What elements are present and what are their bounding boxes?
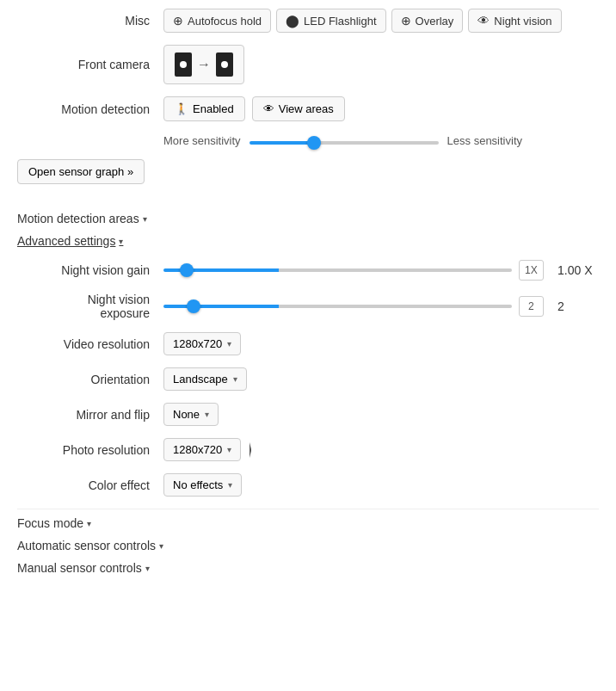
focus-mode-section[interactable]: Focus mode ▾ [17, 516, 599, 530]
back-cam-icon [216, 52, 233, 77]
advanced-settings-label: Advanced settings [17, 234, 115, 248]
focus-mode-label: Focus mode [17, 516, 83, 530]
focus-mode-chevron-icon: ▾ [87, 519, 91, 528]
night-vision-button[interactable]: 👁 Night vision [468, 9, 561, 33]
video-resolution-dropdown-icon: ▾ [227, 339, 231, 349]
photo-resolution-dropdown-icon: ▾ [227, 445, 231, 454]
video-resolution-row: Video resolution 1280x720 ▾ [17, 332, 599, 355]
orientation-dropdown-icon: ▾ [233, 374, 237, 384]
advanced-settings-chevron-icon: ▾ [119, 237, 123, 246]
cam-lens-2 [221, 61, 228, 68]
overlay-icon: ⊕ [401, 14, 411, 28]
color-effect-select[interactable]: No effects ▾ [163, 473, 242, 497]
night-vision-exposure-slider[interactable] [163, 305, 512, 308]
sensitivity-row: More sensitivity Less sensitivity [163, 133, 599, 147]
photo-resolution-select[interactable]: 1280x720 ▾ [163, 438, 241, 461]
front-cam-icon [175, 52, 192, 77]
night-vision-gain-label: Night vision gain [17, 263, 163, 277]
night-vision-gain-slider[interactable] [163, 268, 512, 272]
less-sensitivity-label: Less sensitivity [447, 134, 522, 147]
advanced-settings-section[interactable]: Advanced settings ▾ [17, 234, 599, 248]
motion-detection-row: Motion detection 🚶 Enabled 👁 View areas [17, 96, 599, 121]
misc-controls: ⊕ Autofocus hold ⬤ LED Flashlight ⊕ Over… [163, 9, 562, 33]
mirror-flip-row: Mirror and flip None ▾ [17, 403, 599, 426]
night-vision-gain-value-box: 1X [519, 260, 544, 281]
video-resolution-select[interactable]: 1280x720 ▾ [163, 332, 241, 355]
sensitivity-slider[interactable] [249, 141, 439, 145]
view-areas-button[interactable]: 👁 View areas [252, 96, 345, 121]
front-camera-label: Front camera [17, 58, 163, 71]
manual-sensor-controls-label: Manual sensor controls [17, 561, 142, 575]
divider-1 [17, 509, 599, 509]
motion-person-icon: 🚶 [175, 102, 188, 115]
motion-enabled-button[interactable]: 🚶 Enabled [163, 96, 245, 121]
mirror-flip-dropdown-icon: ▾ [205, 410, 209, 419]
night-vision-gain-row: Night vision gain 1X 1.00 X [17, 260, 599, 281]
orientation-row: Orientation Landscape ▾ [17, 367, 599, 391]
cursor-icon [249, 442, 260, 458]
led-icon: ⬤ [286, 14, 299, 28]
night-vision-gain-controls: 1X 1.00 X [163, 260, 599, 281]
motion-detection-label: Motion detection [17, 102, 163, 116]
video-resolution-controls: 1280x720 ▾ [163, 332, 241, 355]
color-effect-label: Color effect [17, 478, 163, 492]
photo-resolution-row: Photo resolution 1280x720 ▾ [17, 438, 599, 461]
mirror-flip-controls: None ▾ [163, 403, 219, 426]
photo-resolution-controls: 1280x720 ▾ [163, 438, 260, 461]
motion-detection-controls: 🚶 Enabled 👁 View areas [163, 96, 345, 121]
misc-label: Misc [17, 14, 163, 28]
switch-arrow-icon: → [197, 57, 211, 72]
night-vision-exposure-controls: 2 2 [163, 296, 599, 317]
autofocus-hold-button[interactable]: ⊕ Autofocus hold [163, 9, 271, 33]
video-resolution-label: Video resolution [17, 337, 163, 351]
led-flashlight-button[interactable]: ⬤ LED Flashlight [276, 9, 386, 33]
front-camera-controls: → [163, 45, 244, 84]
mirror-flip-label: Mirror and flip [17, 408, 163, 422]
automatic-sensor-controls-label: Automatic sensor controls [17, 539, 156, 552]
manual-sensor-controls-section[interactable]: Manual sensor controls ▾ [17, 561, 599, 575]
night-vision-exposure-result: 2 [557, 299, 599, 313]
misc-row: Misc ⊕ Autofocus hold ⬤ LED Flashlight ⊕… [17, 9, 599, 33]
color-effect-dropdown-icon: ▾ [228, 480, 232, 490]
motion-areas-chevron-icon: ▾ [143, 214, 147, 224]
cam-lens [180, 61, 187, 68]
open-sensor-graph-button[interactable]: Open sensor graph » [17, 159, 145, 184]
night-vision-icon: 👁 [477, 14, 490, 28]
night-vision-exposure-row: Night vision exposure 2 2 [17, 293, 599, 320]
orientation-select[interactable]: Landscape ▾ [163, 367, 247, 391]
sensor-graph-section: Open sensor graph » [17, 159, 599, 198]
autofocus-icon: ⊕ [173, 14, 183, 28]
sensitivity-slider-container [249, 133, 439, 147]
orientation-label: Orientation [17, 373, 163, 386]
overlay-button[interactable]: ⊕ Overlay [391, 9, 464, 33]
motion-detection-areas-section[interactable]: Motion detection areas ▾ [17, 212, 599, 225]
night-vision-gain-result: 1.00 X [557, 263, 599, 277]
motion-areas-label: Motion detection areas [17, 212, 139, 225]
color-effect-controls: No effects ▾ [163, 473, 242, 497]
automatic-sensor-controls-section[interactable]: Automatic sensor controls ▾ [17, 539, 599, 552]
orientation-controls: Landscape ▾ [163, 367, 247, 391]
front-camera-row: Front camera → [17, 45, 599, 84]
view-areas-icon: 👁 [263, 102, 274, 115]
night-vision-exposure-value-box: 2 [519, 296, 544, 317]
color-effect-row: Color effect No effects ▾ [17, 473, 599, 497]
camera-switch-button[interactable]: → [163, 45, 244, 84]
automatic-sensor-controls-chevron-icon: ▾ [159, 541, 163, 551]
photo-resolution-label: Photo resolution [17, 443, 163, 457]
more-sensitivity-label: More sensitivity [163, 134, 241, 147]
mirror-flip-select[interactable]: None ▾ [163, 403, 219, 426]
night-vision-exposure-label: Night vision exposure [17, 293, 163, 320]
manual-sensor-controls-chevron-icon: ▾ [145, 564, 150, 573]
